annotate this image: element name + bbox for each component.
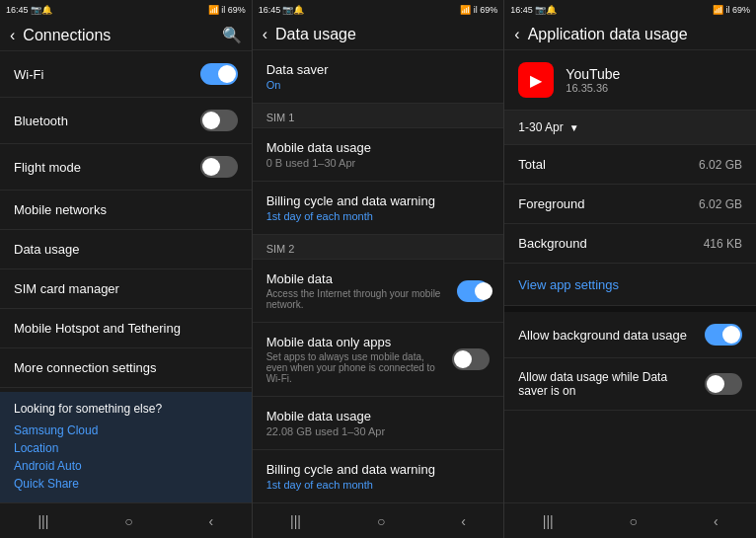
nav-back-3[interactable]: ‹	[714, 513, 718, 529]
time-1: 16:45	[6, 5, 29, 15]
status-right-3: 📶 il 69%	[713, 5, 750, 15]
allow-data-saver-item[interactable]: Allow data usage while Data saver is on	[504, 358, 756, 411]
signal-1: 📶 il 69%	[208, 5, 246, 15]
allow-data-saver-toggle[interactable]	[705, 373, 742, 395]
more-settings-item[interactable]: More connection settings	[0, 348, 252, 388]
sim2-mobile-data-only-text: Mobile data only apps Set apps to always…	[266, 335, 445, 384]
data-usage-label: Data usage	[14, 242, 80, 257]
wifi-toggle[interactable]	[200, 63, 238, 85]
back-button-1[interactable]: ‹	[10, 27, 15, 44]
sim2-data-only-toggle[interactable]	[452, 348, 490, 370]
sim2-mobile-data-text: Mobile data Access the Internet through …	[266, 271, 457, 310]
location-link[interactable]: Location	[14, 441, 238, 455]
app-header: ▶ YouTube 16.35.36	[504, 50, 756, 111]
allow-background-data-toggle[interactable]	[705, 324, 742, 346]
chevron-down-icon: ▼	[569, 122, 579, 133]
sim2-mobile-data-item[interactable]: Mobile data Access the Internet through …	[253, 260, 504, 323]
bluetooth-toggle-knob	[202, 112, 220, 129]
wifi-item[interactable]: Wi-Fi	[0, 51, 252, 98]
sim2-usage-text: Mobile data usage 22.08 GB used 1–30 Apr	[266, 409, 385, 437]
total-value: 6.02 GB	[699, 158, 742, 172]
view-settings-label: View app settings	[518, 277, 619, 292]
android-auto-link[interactable]: Android Auto	[14, 459, 238, 473]
view-app-settings[interactable]: View app settings	[504, 264, 756, 306]
total-row: Total 6.02 GB	[504, 145, 756, 185]
status-icons-2: 📷🔔	[282, 5, 304, 15]
sim2-label: SIM 2	[253, 235, 504, 260]
sim2-billing-cycle[interactable]: Billing cycle and data warning 1st day o…	[253, 450, 504, 502]
mobile-networks-label: Mobile networks	[14, 202, 107, 217]
nav-back-2[interactable]: ‹	[461, 513, 466, 529]
app-name: YouTube	[566, 66, 620, 82]
nav-recent-1[interactable]: |||	[38, 513, 48, 529]
background-row: Background 416 KB	[504, 224, 756, 264]
signal-3: 📶 il 69%	[713, 5, 750, 15]
wifi-label: Wi-Fi	[14, 67, 43, 82]
panel-app-data-usage: 16:45 📷🔔 📶 il 69% ‹ Application data usa…	[504, 0, 756, 538]
time-2: 16:45	[259, 5, 281, 15]
nav-home-2[interactable]: ○	[377, 513, 385, 529]
bluetooth-toggle[interactable]	[200, 110, 238, 131]
back-button-2[interactable]: ‹	[263, 26, 267, 43]
flight-toggle-knob	[202, 158, 220, 176]
panel-connections: 16:45 📷🔔 📶 il 69% ‹ Connections 🔍 Wi-Fi …	[0, 0, 253, 538]
more-settings-label: More connection settings	[14, 360, 157, 375]
nav-home-3[interactable]: ○	[630, 513, 638, 529]
hotspot-item[interactable]: Mobile Hotspot and Tethering	[0, 309, 252, 348]
sim-card-manager-item[interactable]: SIM card manager	[0, 269, 252, 309]
nav-recent-3[interactable]: |||	[543, 513, 554, 529]
nav-home-1[interactable]: ○	[124, 513, 132, 529]
sim2-billing-text: Billing cycle and data warning 1st day o…	[266, 462, 435, 491]
header-left-1: ‹ Connections	[10, 27, 111, 44]
app-version: 16.35.36	[566, 82, 620, 94]
date-selector[interactable]: 1-30 Apr ▼	[504, 111, 756, 145]
flight-toggle[interactable]	[200, 156, 238, 178]
data-saver-status: On	[266, 79, 329, 91]
sim1-billing-cycle[interactable]: Billing cycle and data warning 1st day o…	[253, 182, 504, 235]
status-bar-2: 16:45 📷🔔 📶 il 69%	[253, 0, 504, 20]
samsung-cloud-link[interactable]: Samsung Cloud	[14, 423, 238, 437]
app-data-usage-content: ▶ YouTube 16.35.36 1-30 Apr ▼ Total 6.02…	[504, 50, 756, 502]
flight-mode-item[interactable]: Flight mode	[0, 144, 252, 191]
sim1-billing-text: Billing cycle and data warning 1st day o…	[266, 193, 435, 222]
looking-section: Looking for something else? Samsung Clou…	[0, 392, 252, 502]
foreground-row: Foreground 6.02 GB	[504, 185, 756, 224]
sim1-label: SIM 1	[253, 104, 504, 128]
foreground-label: Foreground	[518, 196, 584, 211]
status-left-1: 16:45 📷🔔	[6, 5, 52, 15]
quick-share-link[interactable]: Quick Share	[14, 477, 238, 491]
sim1-mobile-data-usage[interactable]: Mobile data usage 0 B used 1–30 Apr	[253, 128, 504, 182]
sim2-mobile-data-usage[interactable]: Mobile data usage 22.08 GB used 1–30 Apr	[253, 397, 504, 450]
bluetooth-item[interactable]: Bluetooth	[0, 98, 252, 144]
header-left-2: ‹ Data usage	[263, 26, 356, 43]
status-icons-1: 📷🔔	[31, 5, 52, 15]
data-saver-text: Data saver On	[266, 62, 329, 91]
status-bar-3: 16:45 📷🔔 📶 il 69%	[504, 0, 756, 20]
allow-data-saver-label: Allow data usage while Data saver is on	[518, 370, 697, 398]
status-right-2: 📶 il 69%	[460, 5, 497, 15]
allow-background-data-item[interactable]: Allow background data usage	[504, 312, 756, 358]
wifi-toggle-knob	[218, 65, 236, 83]
bottom-nav-1: ||| ○ ‹	[0, 502, 252, 538]
total-label: Total	[518, 157, 545, 172]
data-usage-content: Data saver On SIM 1 Mobile data usage 0 …	[253, 50, 504, 502]
looking-title: Looking for something else?	[14, 402, 238, 416]
app-info: YouTube 16.35.36	[566, 66, 620, 94]
sim2-mobile-data-only-apps[interactable]: Mobile data only apps Set apps to always…	[253, 323, 504, 397]
data-saver-item[interactable]: Data saver On	[253, 50, 504, 104]
sim-card-manager-label: SIM card manager	[14, 281, 119, 296]
status-left-2: 16:45 📷🔔	[259, 5, 305, 15]
mobile-networks-item[interactable]: Mobile networks	[0, 191, 252, 230]
status-bar-1: 16:45 📷🔔 📶 il 69%	[0, 0, 252, 20]
background-label: Background	[518, 236, 586, 251]
back-button-3[interactable]: ‹	[514, 26, 519, 43]
nav-recent-2[interactable]: |||	[290, 513, 301, 529]
sim2-mobile-data-toggle[interactable]	[457, 280, 491, 302]
nav-back-1[interactable]: ‹	[209, 513, 214, 529]
header-3: ‹ Application data usage	[504, 20, 756, 50]
search-icon-1[interactable]: 🔍	[222, 26, 242, 44]
bluetooth-label: Bluetooth	[14, 114, 68, 128]
data-saver-label: Data saver	[266, 62, 329, 77]
data-usage-item[interactable]: Data usage	[0, 230, 252, 269]
flight-mode-label: Flight mode	[14, 160, 81, 175]
